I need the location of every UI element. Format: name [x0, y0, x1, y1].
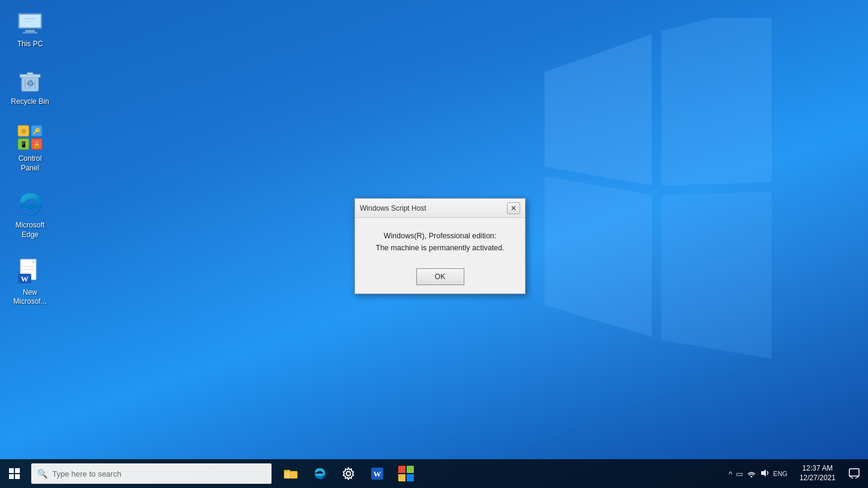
system-tray: ^ ▭ ENG: [724, 468, 792, 480]
settings-icon: [341, 466, 356, 481]
dialog-message-line2: The machine is permanently activated.: [367, 242, 513, 254]
taskbar-edge-icon: [312, 466, 327, 481]
dialog-footer: OK: [355, 264, 525, 294]
notification-center-button[interactable]: [843, 459, 866, 488]
tray-language-label[interactable]: ENG: [773, 470, 788, 477]
svg-text:W: W: [374, 469, 381, 478]
taskbar-word-icon: W: [370, 466, 384, 481]
svg-text:🔒: 🔒: [33, 140, 41, 148]
svg-rect-4: [20, 15, 40, 27]
control-panel-icon: ⚙ 🔑 📱 🔒: [16, 123, 44, 152]
svg-rect-30: [15, 468, 20, 473]
svg-rect-29: [9, 468, 14, 473]
edge-icon: [16, 190, 44, 218]
svg-rect-39: [407, 466, 414, 473]
search-icon: 🔍: [37, 469, 47, 478]
taskbar-app-file-explorer[interactable]: [276, 459, 305, 488]
svg-rect-3: [23, 32, 37, 34]
svg-rect-34: [290, 471, 297, 478]
taskbar-apps: W: [276, 459, 420, 488]
svg-rect-41: [407, 474, 414, 481]
windows-logo-decoration: [526, 18, 778, 378]
svg-rect-44: [849, 469, 859, 476]
desktop-icon-new-microsoft[interactable]: W New Microsof...: [6, 255, 54, 309]
desktop-icon-this-pc-label: This PC: [17, 40, 43, 49]
notification-icon: [849, 468, 860, 479]
desktop-icon-recycle-bin-label: Recycle Bin: [11, 97, 49, 107]
clock-time: 12:37 AM: [803, 464, 833, 474]
desktop-icon-new-microsoft-label: New Microsof...: [8, 288, 52, 307]
svg-marker-43: [761, 469, 766, 477]
svg-rect-40: [398, 474, 405, 481]
dialog-titlebar: Windows Script Host ✕: [355, 199, 525, 218]
this-pc-icon: [16, 8, 44, 37]
file-explorer-icon: [284, 466, 298, 481]
svg-text:🔑: 🔑: [33, 127, 41, 135]
dialog-close-button[interactable]: ✕: [507, 202, 520, 214]
svg-rect-31: [9, 474, 14, 479]
tray-battery-icon: ▭: [736, 469, 743, 478]
taskbar-app-settings[interactable]: [334, 459, 363, 488]
svg-text:W: W: [21, 274, 29, 283]
svg-point-42: [751, 475, 753, 477]
windows-start-icon: [9, 468, 20, 479]
dialog-message-line1: Windows(R), Professional edition:: [367, 230, 513, 242]
desktop-icon-microsoft-edge-label: Microsoft Edge: [8, 221, 52, 239]
desktop-icon-control-panel[interactable]: ⚙ 🔑 📱 🔒 Control Panel: [6, 121, 54, 175]
windows-script-host-dialog: Windows Script Host ✕ Windows(R), Profes…: [354, 198, 526, 294]
recycle-bin-icon: ♻: [16, 66, 44, 95]
dialog-body: Windows(R), Professional edition: The ma…: [355, 218, 525, 264]
taskbar-app-word[interactable]: W: [363, 459, 392, 488]
svg-text:⚙: ⚙: [21, 128, 26, 134]
taskbar-right: ^ ▭ ENG 12:37 AM 12/27/2021: [724, 459, 868, 488]
desktop-icon-microsoft-edge[interactable]: Microsoft Edge: [6, 187, 54, 242]
svg-rect-9: [27, 73, 33, 75]
svg-rect-38: [398, 466, 405, 473]
start-button[interactable]: [0, 459, 29, 488]
tray-volume-icon[interactable]: [760, 468, 769, 480]
taskbar-search-bar[interactable]: 🔍 Type here to search: [31, 463, 272, 484]
taskbar: 🔍 Type here to search: [0, 459, 868, 488]
taskbar-app-extra[interactable]: [392, 459, 420, 488]
clock-date: 12/27/2021: [800, 474, 836, 483]
dialog-ok-button[interactable]: OK: [416, 268, 464, 285]
dialog-title: Windows Script Host: [360, 204, 426, 212]
taskbar-extra-icon: [398, 465, 414, 482]
desktop-icons-container: This PC ♻ Recycle Bin: [6, 6, 54, 309]
word-doc-icon: W: [16, 257, 44, 286]
svg-rect-32: [15, 474, 20, 479]
desktop-icon-this-pc[interactable]: This PC: [6, 6, 54, 52]
desktop-icon-recycle-bin[interactable]: ♻ Recycle Bin: [6, 64, 54, 109]
svg-point-35: [347, 472, 351, 476]
svg-text:📱: 📱: [20, 140, 28, 148]
svg-rect-23: [32, 259, 36, 263]
clock-area[interactable]: 12:37 AM 12/27/2021: [794, 459, 842, 488]
search-placeholder-text: Type here to search: [52, 469, 266, 478]
taskbar-app-edge[interactable]: [305, 459, 334, 488]
tray-network-icon[interactable]: [747, 468, 756, 480]
desktop-icon-control-panel-label: Control Panel: [8, 154, 52, 173]
tray-expand-icon[interactable]: ^: [729, 469, 732, 478]
